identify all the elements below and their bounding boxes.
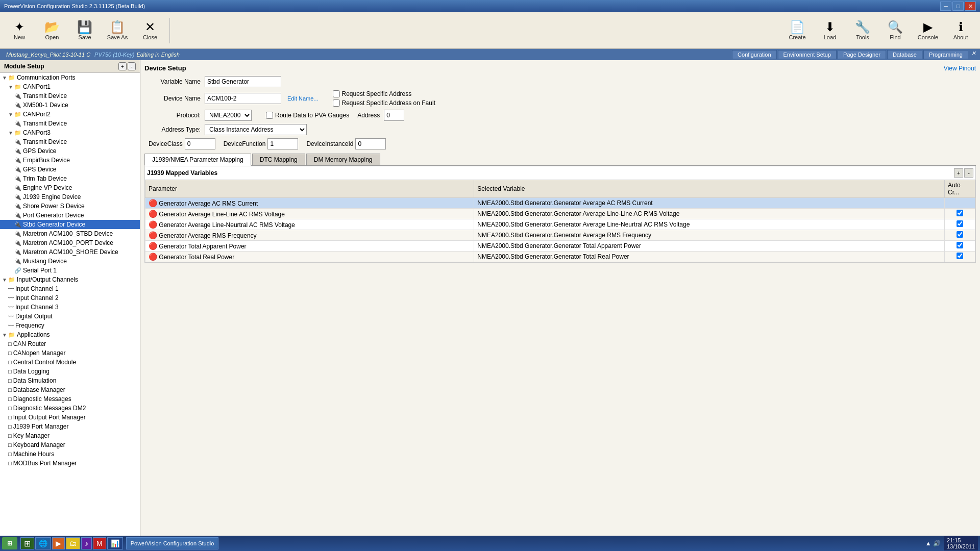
tree-item-port_generator_device[interactable]: 🔌Port Generator Device (0, 211, 140, 220)
device-class-field: DeviceClass (149, 138, 215, 149)
route-data-checkbox[interactable] (266, 112, 273, 119)
tree-item-diagnostic_messages[interactable]: □Diagnostic Messages (0, 394, 140, 404)
edit-name-link[interactable]: Edit Name... (287, 95, 318, 102)
tree-item-transmit_device_3[interactable]: 🔌Transmit Device (0, 137, 140, 146)
table-remove-button[interactable]: - (964, 168, 973, 178)
find-button[interactable]: 🔍 Find (880, 15, 911, 46)
tree-item-gps_device_1[interactable]: 🔌GPS Device (0, 146, 140, 156)
request-specific-address-fault-check[interactable]: Request Specific Address on Fault (333, 99, 435, 107)
table-row[interactable]: 🔴 Generator Average Line-Neurtral AC RMS… (145, 219, 975, 230)
tree-item-diagnostic_messages_dm2[interactable]: □Diagnostic Messages DM2 (0, 404, 140, 413)
auto-checkbox[interactable] (957, 242, 963, 248)
console-button[interactable]: ▶ Console (913, 15, 943, 46)
tree-item-canport2[interactable]: ▼📁CANPort2 (0, 110, 140, 119)
new-button[interactable]: ✦ New (4, 15, 35, 46)
tree-item-digital_output[interactable]: 〰Digital Output (0, 312, 140, 321)
cell-auto (945, 230, 975, 241)
tree-item-maretron_acm100_shore[interactable]: 🔌Maretron ACM100_SHORE Device (0, 247, 140, 257)
tree-item-comm_ports[interactable]: ▼📁Communication Ports (0, 73, 140, 82)
tree-item-engine_vp_device[interactable]: 🔌Engine VP Device (0, 183, 140, 192)
address-type-select[interactable]: Class Instance Address (205, 124, 307, 135)
tree-item-maretron_acm100_port[interactable]: 🔌Maretron ACM100_PORT Device (0, 238, 140, 247)
tree-item-stbd_generator_device[interactable]: 🔌Stbd Generator Device (0, 220, 140, 229)
variable-name-input[interactable] (205, 76, 281, 87)
nav-tab-environment-setup[interactable]: Environment Setup (778, 50, 837, 59)
tab-dm-memory[interactable]: DM Memory Mapping (306, 154, 380, 165)
tree-item-xm500_device[interactable]: 🔌XM500-1 Device (0, 101, 140, 110)
table-row[interactable]: 🔴 Generator Average RMS Frequency NMEA20… (145, 230, 975, 241)
tree-item-mustang_device[interactable]: 🔌Mustang Device (0, 257, 140, 266)
nav-tab-programming[interactable]: Programming (923, 50, 968, 59)
tree-item-database_manager[interactable]: □Database Manager (0, 385, 140, 394)
tree-item-data_logging[interactable]: □Data Logging (0, 367, 140, 376)
tree-item-trim_tab_device[interactable]: 🔌Trim Tab Device (0, 174, 140, 183)
tree-item-modbus_port_manager[interactable]: □MODBus Port Manager (0, 459, 140, 468)
load-button[interactable]: ⬇ Load (815, 15, 845, 46)
tree-item-machine_hours[interactable]: □Machine Hours (0, 449, 140, 459)
device-class-input[interactable] (185, 138, 215, 149)
tree-item-empirbus_device[interactable]: 🔌EmpirBus Device (0, 156, 140, 165)
device-function-input[interactable] (267, 138, 298, 149)
table-row[interactable]: 🔴 Generator Average AC RMS Current NMEA2… (145, 198, 975, 209)
saveas-button[interactable]: 📋 Save As (102, 15, 133, 46)
tree-item-keyboard_manager[interactable]: □Keyboard Manager (0, 440, 140, 449)
about-button[interactable]: ℹ About (945, 15, 976, 46)
table-add-button[interactable]: + (954, 168, 963, 178)
tree-item-applications[interactable]: ▼📁Applications (0, 330, 140, 339)
tree-item-data_simulation[interactable]: □Data Simulation (0, 376, 140, 385)
tree-item-shore_power_s_device[interactable]: 🔌Shore Power S Device (0, 202, 140, 211)
tree-item-transmit_device_1[interactable]: 🔌Transmit Device (0, 91, 140, 101)
request-specific-address-fault-checkbox[interactable] (333, 99, 340, 107)
request-specific-address-checkbox[interactable] (333, 90, 340, 97)
view-pinout-link[interactable]: View Pinout (944, 65, 976, 72)
address-input[interactable] (384, 110, 404, 121)
tree-item-serial_port_1[interactable]: 🔗Serial Port 1 (0, 266, 140, 275)
save-button[interactable]: 💾 Save (69, 15, 100, 46)
table-row[interactable]: 🔴 Generator Total Apparent Power NMEA200… (145, 241, 975, 252)
close-window-button[interactable]: ✕ (965, 2, 976, 11)
create-button[interactable]: 📄 Create (782, 15, 813, 46)
auto-checkbox[interactable] (957, 210, 963, 216)
tree-item-j1939_engine_device[interactable]: 🔌J1939 Engine Device (0, 192, 140, 202)
tab-dtc[interactable]: DTC Mapping (252, 154, 305, 165)
tree-item-gps_device_2[interactable]: 🔌GPS Device (0, 165, 140, 174)
table-row[interactable]: 🔴 Generator Average Line-Line AC RMS Vol… (145, 209, 975, 219)
tree-item-canport1[interactable]: ▼📁CANPort1 (0, 82, 140, 91)
module-add-button[interactable]: + (118, 62, 127, 70)
tab-j1939[interactable]: J1939/NMEA Parameter Mapping (144, 154, 251, 166)
tree-item-canport3[interactable]: ▼📁CANPort3 (0, 128, 140, 137)
route-data-check[interactable]: Route Data to PVA Gauges (266, 112, 349, 119)
tree-item-transmit_device_2[interactable]: 🔌Transmit Device (0, 119, 140, 128)
tree-item-input_channel_1[interactable]: 〰Input Channel 1 (0, 284, 140, 293)
tree-item-canopen_manager[interactable]: □CANopen Manager (0, 348, 140, 358)
tree-item-j1939_port_manager[interactable]: □J1939 Port Manager (0, 422, 140, 431)
tree-item-maretron_acm100_stbd[interactable]: 🔌Maretron ACM100_STBD Device (0, 229, 140, 238)
table-row[interactable]: 🔴 Generator Total Real Power NMEA2000.St… (145, 252, 975, 262)
close-button[interactable]: ✕ Close (135, 15, 165, 46)
tree-item-input_channel_3[interactable]: 〰Input Channel 3 (0, 303, 140, 312)
tree-item-key_manager[interactable]: □Key Manager (0, 431, 140, 440)
maximize-button[interactable]: □ (952, 2, 964, 11)
tools-button[interactable]: 🔧 Tools (847, 15, 878, 46)
open-button[interactable]: 📂 Open (37, 15, 67, 46)
nav-tab-page-designer[interactable]: Page Designer (838, 50, 886, 59)
tree-item-input_channel_2[interactable]: 〰Input Channel 2 (0, 293, 140, 303)
tree-item-io_channels[interactable]: ▼📁Input/Output Channels (0, 275, 140, 284)
nav-tabs-close[interactable]: ✕ (971, 50, 976, 59)
minimize-button[interactable]: ─ (940, 2, 951, 11)
tree-item-input_output_port_mgr[interactable]: □Input Output Port Manager (0, 413, 140, 422)
tree-item-central_control[interactable]: □Central Control Module (0, 358, 140, 367)
tree-item-frequency[interactable]: 〰Frequency (0, 321, 140, 330)
protocol-select[interactable]: NMEA2000 (205, 110, 252, 121)
device-instance-input[interactable] (355, 138, 386, 149)
cell-auto (945, 252, 975, 262)
auto-checkbox[interactable] (957, 220, 963, 227)
module-remove-button[interactable]: - (128, 62, 136, 70)
auto-checkbox[interactable] (957, 253, 963, 259)
nav-tab-configuration[interactable]: Configuration (732, 50, 776, 59)
tree-item-can_router[interactable]: □CAN Router (0, 339, 140, 348)
device-name-input[interactable] (205, 93, 281, 104)
nav-tab-database[interactable]: Database (887, 50, 922, 59)
auto-checkbox[interactable] (957, 231, 963, 238)
request-specific-address-check[interactable]: Request Specific Address (333, 90, 435, 97)
